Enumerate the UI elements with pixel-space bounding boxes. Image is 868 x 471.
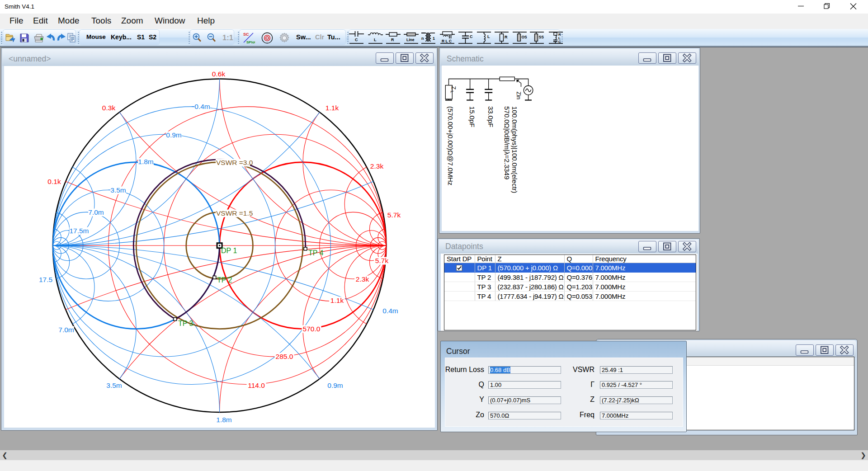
svg-text:OS: OS xyxy=(522,35,528,39)
svg-text:C: C xyxy=(558,40,561,44)
svg-text:17.5m: 17.5m xyxy=(69,227,89,235)
svg-text:2.3k: 2.3k xyxy=(370,162,384,170)
svg-text:0.3k: 0.3k xyxy=(102,104,116,112)
svg-text:R L C: R L C xyxy=(442,39,452,43)
svg-text:1.8m: 1.8m xyxy=(216,416,231,424)
svg-text:TP 2: TP 2 xyxy=(217,276,232,284)
svg-text:7.0m: 7.0m xyxy=(58,326,74,334)
svg-text:Line: Line xyxy=(406,38,415,42)
svg-text:570.0Ω|0dB/m|λ=2.3349: 570.0Ω|0dB/m|λ=2.3349 xyxy=(503,106,511,179)
svg-text:3.5m: 3.5m xyxy=(106,382,122,389)
svg-text:5.7k: 5.7k xyxy=(375,257,389,264)
svg-text:VSWR =1.5: VSWR =1.5 xyxy=(216,209,253,217)
svg-text:3.5m: 3.5m xyxy=(110,186,126,194)
svg-text:100.0m(phys)|100.0m(electr): 100.0m(phys)|100.0m(electr) xyxy=(511,106,519,193)
svg-text:15.0pF: 15.0pF xyxy=(468,106,476,127)
svg-text:C: C xyxy=(355,38,358,42)
svg-text:SC: SC xyxy=(243,32,249,37)
svg-text:R: R xyxy=(505,35,508,39)
svg-text:33.0pF: 33.0pF xyxy=(487,106,495,127)
svg-text:2.3k: 2.3k xyxy=(356,275,369,283)
svg-text:285.0: 285.0 xyxy=(276,353,293,360)
svg-text:1: 1 xyxy=(433,36,435,41)
svg-text:TP 3: TP 3 xyxy=(178,320,193,327)
svg-text:R: R xyxy=(391,38,394,42)
svg-text:0.1k: 0.1k xyxy=(47,178,61,185)
svg-text:570.0: 570.0 xyxy=(303,325,321,333)
svg-text:1.1k: 1.1k xyxy=(326,104,339,112)
svg-text:1.8m: 1.8m xyxy=(138,158,153,165)
svg-text:L: L xyxy=(374,38,377,42)
svg-text:7.0m: 7.0m xyxy=(88,208,104,216)
svg-text:0.9m: 0.9m xyxy=(327,382,343,389)
svg-text:L: L xyxy=(450,91,455,93)
svg-text:VSWR =3.0: VSWR =3.0 xyxy=(216,159,253,166)
svg-text:Z: Z xyxy=(450,86,457,90)
svg-text:C: C xyxy=(470,34,473,39)
svg-text:0.4m: 0.4m xyxy=(382,307,398,315)
svg-text:1.1k: 1.1k xyxy=(330,297,344,304)
svg-text:0.9m: 0.9m xyxy=(166,131,181,139)
svg-text:SPlot: SPlot xyxy=(246,40,255,44)
svg-text:17.5: 17.5 xyxy=(39,276,52,283)
svg-text:TP 4: TP 4 xyxy=(308,249,324,257)
svg-text:0.6k: 0.6k xyxy=(212,70,226,78)
svg-text:5.7k: 5.7k xyxy=(387,211,401,219)
svg-text:114.0: 114.0 xyxy=(248,382,265,389)
svg-text:Zin: Zin xyxy=(515,92,522,99)
svg-text:n: n xyxy=(421,36,424,41)
svg-text:(570.00+j0.00)Ω@7.0MHz: (570.00+j0.00)Ω@7.0MHz xyxy=(447,106,454,185)
svg-text:L: L xyxy=(487,34,490,39)
svg-text:SS: SS xyxy=(539,35,544,39)
svg-text:0.4m: 0.4m xyxy=(194,103,210,110)
svg-text:DP 1: DP 1 xyxy=(221,247,237,254)
